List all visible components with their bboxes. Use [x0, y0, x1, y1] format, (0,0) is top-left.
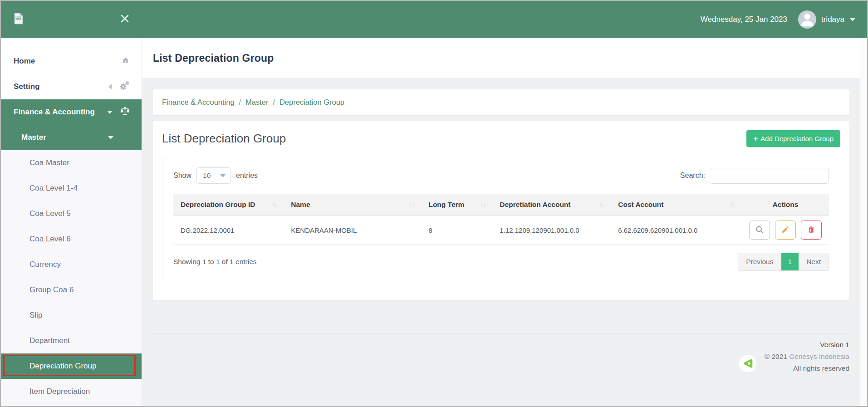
sidebar-filler [1, 404, 142, 406]
sidebar-item-label: Depreciation Group [29, 362, 96, 371]
table-header-row: Depreciation Group ID ↑↓ Name ↑↓ [173, 194, 829, 216]
breadcrumb: Finance & Accounting / Master / Deprecia… [153, 89, 849, 115]
paper-plane-icon [739, 355, 756, 372]
depreciation-group-table: Depreciation Group ID ↑↓ Name ↑↓ [173, 194, 829, 245]
balance-scale-icon [120, 107, 130, 118]
home-icon [121, 56, 130, 67]
sidebar-item-item-depreciation[interactable]: Item Depreciation [1, 379, 142, 404]
cell-name: KENDARAAN-MOBIL [284, 216, 421, 245]
person-icon [798, 10, 816, 29]
username[interactable]: tridaya [821, 15, 844, 24]
breadcrumb-link-finance-accounting[interactable]: Finance & Accounting [162, 98, 235, 107]
page-length-select[interactable]: 10 [196, 167, 231, 184]
gears-icon [119, 81, 130, 93]
sidebar-item-finance-accounting[interactable]: Finance & Accounting [1, 99, 142, 125]
page-title: List Depreciation Group [153, 52, 274, 64]
column-header-long-term[interactable]: Long Term ↑↓ [421, 194, 492, 216]
chevron-down-icon [107, 111, 113, 114]
page-footer: Version 1 © 2021 Genesys Indonesia All r… [153, 333, 849, 374]
chevron-down-icon[interactable] [850, 18, 855, 21]
sidebar-item-coa-level-5[interactable]: Coa Level 5 [1, 201, 142, 226]
version-label: Version 1 [820, 341, 849, 348]
sidebar-item-label: Master [21, 133, 46, 142]
column-header-actions: Actions [742, 194, 829, 216]
sort-icon[interactable]: ↑↓ [272, 201, 277, 208]
sidebar-item-coa-level-1-4[interactable]: Coa Level 1-4 [1, 176, 142, 201]
rights-label: All rights reserved [793, 364, 849, 372]
sidebar-item-depreciation-group[interactable]: Depreciation Group [1, 353, 142, 379]
sidebar-toggle-button[interactable] [120, 14, 130, 25]
pencil-icon [781, 226, 790, 235]
sort-icon[interactable]: ↑↓ [730, 201, 735, 208]
sidebar-item-label: Home [14, 57, 35, 66]
sidebar-item-label: Department [29, 336, 70, 345]
company-link[interactable]: Genesys Indonesia [789, 353, 849, 360]
current-date: Wednesday, 25 Jan 2023 [701, 15, 787, 24]
sidebar-item-slip[interactable]: Slip [1, 303, 142, 328]
app-logo [14, 13, 24, 26]
breadcrumb-link-master[interactable]: Master [245, 98, 268, 107]
add-depreciation-group-button[interactable]: + Add Depreciation Group [746, 130, 840, 147]
sidebar-item-home[interactable]: Home [1, 49, 142, 74]
pagination: Previous 1 Next [738, 253, 829, 271]
sidebar-item-label: Currency [29, 260, 61, 269]
sidebar-item-setting[interactable]: Setting [1, 74, 142, 99]
broken-image-icon [14, 13, 24, 26]
sort-icon[interactable]: ↑↓ [599, 201, 604, 208]
sidebar-item-master[interactable]: Master [1, 125, 142, 150]
breadcrumb-link-depreciation-group[interactable]: Depreciation Group [280, 98, 344, 107]
sidebar-item-label: Coa Level 6 [29, 235, 71, 244]
sidebar-item-coa-level-6[interactable]: Coa Level 6 [1, 226, 142, 252]
close-icon [120, 14, 130, 25]
page-header: List Depreciation Group [142, 38, 860, 78]
column-header-cost-account[interactable]: Cost Account ↑↓ [611, 194, 742, 216]
delete-button[interactable] [801, 221, 822, 240]
cell-long-term: 8 [421, 216, 492, 245]
pagination-next-button[interactable]: Next [799, 253, 829, 270]
show-label: Show [173, 172, 191, 180]
plus-icon: + [753, 135, 758, 142]
card-title: List Depreciation Group [162, 132, 286, 146]
table-footer: Showing 1 to 1 of 1 entries Previous 1 N… [173, 253, 829, 271]
pagination-page-1-button[interactable]: 1 [781, 253, 799, 270]
app-window: Wednesday, 25 Jan 2023 tridaya Home [0, 0, 868, 407]
datatable-panel: Show 10 entries Search: [162, 158, 840, 282]
table-info: Showing 1 to 1 of 1 entries [173, 258, 257, 266]
footer-text: Version 1 © 2021 Genesys Indonesia All r… [765, 339, 849, 374]
sidebar-item-group-coa-6[interactable]: Group Coa 6 [1, 277, 142, 303]
sidebar-item-coa-master[interactable]: Coa Master [1, 150, 142, 176]
top-bar-right: Wednesday, 25 Jan 2023 tridaya [701, 10, 867, 29]
chevron-down-icon [108, 136, 113, 139]
sort-icon[interactable]: ↑↓ [481, 201, 485, 208]
chevron-down-icon [220, 174, 226, 177]
top-bar: Wednesday, 25 Jan 2023 tridaya [1, 1, 867, 38]
table-controls: Show 10 entries Search: [173, 167, 829, 184]
cell-depretiation-account: 1.12.1209.120901.001.0.0 [492, 216, 611, 245]
cell-depreciation-group-id: DG.2022.12.0001 [173, 216, 284, 245]
sort-icon[interactable]: ↑↓ [409, 201, 414, 208]
sidebar-item-label: Coa Master [29, 158, 69, 167]
sidebar-item-department[interactable]: Department [1, 328, 142, 353]
card-header: List Depreciation Group + Add Depreciati… [162, 128, 840, 148]
column-header-depreciation-group-id[interactable]: Depreciation Group ID ↑↓ [173, 194, 284, 216]
chevron-left-icon [108, 84, 112, 89]
trash-icon [807, 226, 815, 235]
breadcrumb-separator: / [239, 98, 241, 107]
scrollbar[interactable] [860, 38, 867, 406]
page-length-value: 10 [203, 172, 211, 180]
magnifier-icon [755, 225, 764, 235]
search-control: Search: [680, 168, 829, 184]
edit-button[interactable] [775, 221, 796, 240]
cell-actions [742, 216, 829, 245]
avatar[interactable] [798, 10, 816, 29]
search-label: Search: [680, 172, 705, 180]
search-input[interactable] [710, 168, 829, 184]
view-button[interactable] [749, 221, 770, 240]
body: Home Setting [1, 38, 867, 406]
column-header-depretiation-account[interactable]: Depretiation Account ↑↓ [492, 194, 611, 216]
column-header-name[interactable]: Name ↑↓ [284, 194, 421, 216]
pagination-previous-button[interactable]: Previous [738, 253, 781, 270]
sidebar-item-label: Coa Level 1-4 [29, 184, 78, 193]
sidebar-item-currency[interactable]: Currency [1, 252, 142, 277]
sidebar-item-label: Group Coa 6 [29, 285, 74, 294]
